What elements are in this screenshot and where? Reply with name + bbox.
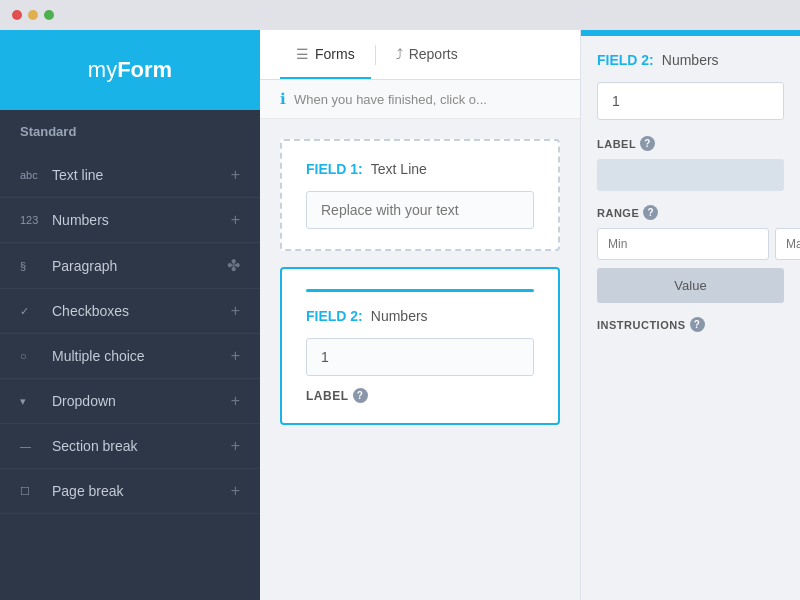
rp-label-heading: LABEL ?: [597, 136, 784, 151]
add-numbers-icon[interactable]: +: [231, 211, 240, 229]
reports-tab-icon: ⤴: [396, 46, 403, 62]
text-line-icon: abc: [20, 169, 42, 181]
sidebar-item-label: Dropdown: [52, 393, 231, 409]
numbers-icon: 123: [20, 214, 42, 226]
rp-instructions-help-icon[interactable]: ?: [690, 317, 705, 332]
range-inputs-row: [597, 228, 784, 260]
rp-field-type: Numbers: [662, 52, 719, 68]
sidebar-logo-area: myForm: [0, 30, 260, 110]
sidebar-item-multiple-choice[interactable]: ○ Multiple choice +: [0, 334, 260, 379]
rp-value-display: 1: [597, 82, 784, 120]
value-button[interactable]: Value: [597, 268, 784, 303]
reports-tab-label: Reports: [409, 46, 458, 62]
rp-instructions-heading: INSTRUCTIONS ?: [597, 317, 784, 332]
sidebar-item-label: Section break: [52, 438, 231, 454]
rp-field-title: FIELD 2: Numbers: [597, 52, 784, 68]
field1-input[interactable]: [306, 191, 534, 229]
sidebar-item-page-break[interactable]: ☐ Page break +: [0, 469, 260, 514]
page-break-icon: ☐: [20, 485, 42, 498]
paragraph-icon: §: [20, 260, 42, 272]
browser-chrome: [0, 0, 800, 30]
rp-instructions-section: INSTRUCTIONS ?: [597, 317, 784, 332]
sidebar-item-paragraph[interactable]: § Paragraph ✤: [0, 243, 260, 289]
right-panel: FIELD 2: Numbers 1 LABEL ? RANGE ?: [580, 30, 800, 600]
chrome-maximize: [44, 10, 54, 20]
tab-forms[interactable]: ☰ Forms: [280, 30, 371, 79]
label-help-icon[interactable]: ?: [353, 388, 368, 403]
field2-num: FIELD 2:: [306, 308, 363, 324]
rp-field-num: FIELD 2:: [597, 52, 654, 68]
add-text-line-icon[interactable]: +: [231, 166, 240, 184]
rp-range-heading: RANGE ?: [597, 205, 784, 220]
sidebar-item-label: Page break: [52, 483, 231, 499]
field-card-1[interactable]: FIELD 1: Text Line: [280, 139, 560, 251]
add-checkboxes-icon[interactable]: +: [231, 302, 240, 320]
field1-num: FIELD 1:: [306, 161, 363, 177]
sidebar-item-dropdown[interactable]: ▾ Dropdown +: [0, 379, 260, 424]
rp-range-section: RANGE ? Value: [597, 205, 784, 303]
add-section-break-icon[interactable]: +: [231, 437, 240, 455]
field2-input[interactable]: [306, 338, 534, 376]
sidebar: myForm Standard abc Text line + 123 Numb…: [0, 30, 260, 600]
sidebar-item-label: Multiple choice: [52, 348, 231, 364]
multiple-choice-icon: ○: [20, 350, 42, 362]
sidebar-item-label: Text line: [52, 167, 231, 183]
form-area: ☰ Forms ⤴ Reports ℹ When you have finish…: [260, 30, 580, 600]
add-page-break-icon[interactable]: +: [231, 482, 240, 500]
field1-type: Text Line: [371, 161, 427, 177]
sidebar-item-label: Paragraph: [52, 258, 227, 274]
section-break-icon: —: [20, 440, 42, 452]
info-icon: ℹ: [280, 90, 286, 108]
tab-reports[interactable]: ⤴ Reports: [380, 30, 474, 79]
dropdown-icon: ▾: [20, 395, 42, 408]
add-paragraph-icon[interactable]: ✤: [227, 256, 240, 275]
sidebar-items-list: abc Text line + 123 Numbers + § Paragrap…: [0, 153, 260, 600]
field-card-2[interactable]: FIELD 2: Numbers LABEL ?: [280, 267, 560, 425]
form-info-bar: ℹ When you have finished, click o...: [260, 80, 580, 119]
tab-divider: [375, 45, 376, 65]
range-min-input[interactable]: [597, 228, 769, 260]
logo-bold: Form: [117, 57, 172, 82]
logo-light: my: [88, 57, 117, 82]
sidebar-item-label: Numbers: [52, 212, 231, 228]
sidebar-item-checkboxes[interactable]: ✓ Checkboxes +: [0, 289, 260, 334]
field1-label-row: FIELD 1: Text Line: [306, 161, 534, 177]
field2-label-row: FIELD 2: Numbers: [306, 308, 534, 324]
chrome-minimize: [28, 10, 38, 20]
rp-label-content: [597, 159, 784, 191]
sidebar-item-section-break[interactable]: — Section break +: [0, 424, 260, 469]
forms-tab-icon: ☰: [296, 46, 309, 62]
checkboxes-icon: ✓: [20, 305, 42, 318]
rp-label-section: LABEL ?: [597, 136, 784, 191]
right-panel-content: FIELD 2: Numbers 1 LABEL ? RANGE ?: [581, 36, 800, 362]
add-multiple-choice-icon[interactable]: +: [231, 347, 240, 365]
sidebar-item-text-line[interactable]: abc Text line +: [0, 153, 260, 198]
info-text: When you have finished, click o...: [294, 92, 487, 107]
add-dropdown-icon[interactable]: +: [231, 392, 240, 410]
field2-label-section: LABEL ?: [306, 388, 534, 403]
rp-label-help-icon[interactable]: ?: [640, 136, 655, 151]
app-logo: myForm: [88, 57, 172, 83]
sidebar-item-label: Checkboxes: [52, 303, 231, 319]
field2-type: Numbers: [371, 308, 428, 324]
field2-label-heading: LABEL ?: [306, 388, 534, 403]
rp-range-help-icon[interactable]: ?: [643, 205, 658, 220]
chrome-close: [12, 10, 22, 20]
forms-tab-label: Forms: [315, 46, 355, 62]
range-max-input[interactable]: [775, 228, 800, 260]
sidebar-section-title: Standard: [0, 110, 260, 153]
form-content: FIELD 1: Text Line FIELD 2: Numbers LABE…: [260, 119, 580, 600]
active-indicator: [306, 289, 534, 292]
form-tabs: ☰ Forms ⤴ Reports: [260, 30, 580, 80]
sidebar-item-numbers[interactable]: 123 Numbers +: [0, 198, 260, 243]
